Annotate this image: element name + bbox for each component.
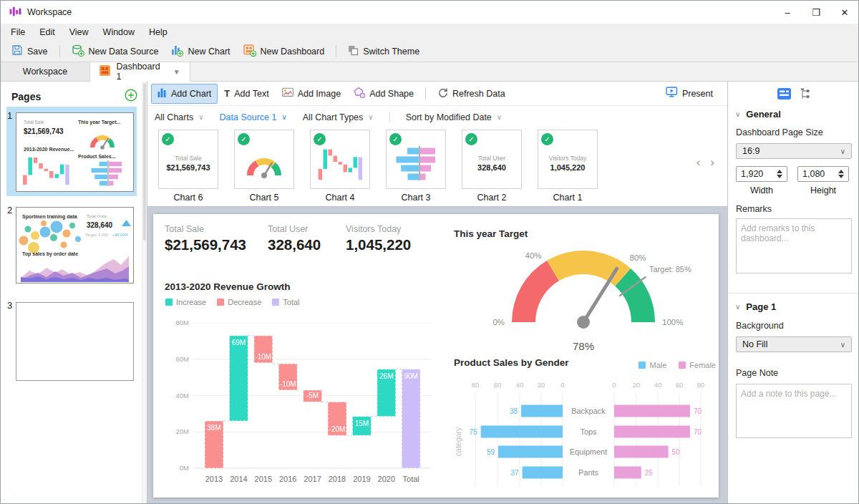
svg-text:Sportmen training data: Sportmen training data: [22, 214, 77, 220]
svg-text:0: 0: [612, 381, 616, 389]
new-data-source-button[interactable]: New Data Source: [65, 42, 165, 61]
page-1-section-header[interactable]: ∨ Page 1: [735, 301, 776, 312]
close-button[interactable]: ✕: [840, 7, 850, 18]
image-icon: [282, 87, 293, 100]
gauge-chart[interactable]: This year Target 0%40%80%100%Target: 85%…: [452, 223, 719, 357]
dashboard-properties-tab-icon[interactable]: [777, 88, 791, 102]
gallery-card-chart-2[interactable]: ✓Total User328,640 Chart 2: [462, 130, 522, 203]
menu-window[interactable]: Window: [96, 26, 142, 39]
butterfly-title: Product Sales by Gender: [454, 357, 569, 368]
sort-dropdown[interactable]: Sort by Modified Date ∨: [406, 112, 503, 122]
section-divider: [728, 293, 859, 294]
svg-text:0: 0: [560, 381, 564, 389]
background-select[interactable]: No Fill ∨: [736, 336, 852, 352]
page-2-thumbnail[interactable]: Sportmen training dataTotal Units328,640…: [16, 207, 134, 284]
page-3-number: 3: [7, 300, 12, 311]
title-bar: Workspace – ❒ ✕: [1, 1, 858, 24]
stepper-arrows-icon[interactable]: [777, 170, 782, 178]
chevron-down-icon: ∨: [198, 113, 203, 121]
menu-file[interactable]: File: [4, 26, 32, 39]
gallery-card-chart-1[interactable]: ✓Visitors Today1,045,220 Chart 1: [538, 130, 598, 203]
gallery-card-chart-6[interactable]: ✓Total Sale$21,569,743 Chart 6: [158, 130, 218, 203]
tab-dropdown-icon[interactable]: ▼: [173, 68, 180, 76]
butterfly-legend: Male Female: [639, 361, 716, 369]
new-chart-button[interactable]: New Chart: [165, 42, 236, 61]
menu-help[interactable]: Help: [142, 26, 175, 39]
kpi-total-sale[interactable]: Total Sale $21,569,743: [165, 224, 246, 253]
svg-text:80M: 80M: [176, 319, 190, 326]
chart-5-preview: [235, 137, 293, 188]
pages-scrollbar[interactable]: [142, 82, 147, 503]
svg-text:2018: 2018: [329, 475, 346, 483]
stepper-arrows-icon[interactable]: [838, 170, 844, 178]
width-label: Width: [736, 185, 787, 195]
data-source-dropdown[interactable]: Data Source 1 ∨: [220, 112, 287, 122]
svg-text:80%: 80%: [629, 253, 646, 262]
switch-theme-button[interactable]: Switch Theme: [341, 43, 426, 60]
dashboard-plus-icon: [243, 44, 256, 59]
svg-text:59: 59: [487, 448, 495, 456]
waterfall-chart[interactable]: 2013-2020 Revenue Growth Increase Decrea…: [165, 281, 452, 495]
chart-types-dropdown[interactable]: All Chart Types ∨: [303, 112, 374, 122]
general-section-header[interactable]: ∨ General: [735, 109, 781, 120]
svg-text:60: 60: [494, 381, 502, 389]
butterfly-chart[interactable]: Product Sales by Gender Male Female 8060…: [452, 354, 719, 496]
present-button[interactable]: Present: [659, 83, 719, 104]
chart-4-preview: [311, 137, 369, 188]
svg-text:20: 20: [538, 381, 545, 389]
svg-text:38: 38: [510, 407, 518, 415]
tab-dashboard-1[interactable]: Dashboard 1 ▼: [90, 62, 190, 82]
refresh-data-button[interactable]: Refresh Data: [431, 84, 512, 104]
page-3-thumbnail[interactable]: [16, 302, 134, 381]
kpi-total-user[interactable]: Total User 328,640: [268, 224, 321, 253]
svg-text:20: 20: [633, 381, 641, 389]
minimize-button[interactable]: –: [782, 7, 792, 18]
tab-workspace[interactable]: Workspace: [1, 62, 90, 81]
kpi-visitors-today[interactable]: Visitors Today 1,045,220: [346, 224, 411, 253]
page-1-number: 1: [7, 110, 12, 121]
background-label: Background: [736, 321, 784, 331]
gallery-card-chart-3[interactable]: ✓ Chart 3: [386, 130, 446, 203]
svg-text:-10M: -10M: [255, 353, 271, 361]
svg-text:40: 40: [654, 381, 662, 389]
svg-text:25: 25: [645, 469, 654, 477]
gallery-prev-button[interactable]: ‹: [697, 155, 701, 170]
add-chart-button[interactable]: Add Chart: [151, 84, 218, 104]
new-dashboard-button[interactable]: New Dashboard: [237, 42, 331, 61]
svg-text:40: 40: [516, 381, 524, 389]
svg-text:2014: 2014: [230, 475, 247, 483]
add-page-button[interactable]: [125, 89, 137, 104]
height-stepper[interactable]: 1,080: [797, 166, 849, 182]
window-title: Workspace: [27, 7, 72, 17]
refresh-icon: [437, 87, 448, 100]
page-size-select[interactable]: 16:9 ∨: [736, 143, 852, 159]
save-button[interactable]: Save: [5, 42, 54, 60]
width-stepper[interactable]: 1,920: [736, 166, 787, 182]
menu-edit[interactable]: Edit: [32, 26, 62, 39]
remarks-textarea[interactable]: [736, 218, 852, 273]
page-1-thumbnail[interactable]: Total Sale$21,569,743This year Target...…: [16, 112, 134, 192]
gallery-card-chart-5[interactable]: ✓ Chart 5: [234, 130, 294, 203]
maximize-button[interactable]: ❒: [811, 7, 821, 18]
add-shape-button[interactable]: Add Shape: [347, 83, 420, 104]
menu-view[interactable]: View: [62, 26, 96, 39]
svg-text:60: 60: [676, 381, 684, 389]
page-note-textarea[interactable]: [736, 384, 852, 438]
gallery-next-button[interactable]: ›: [710, 155, 714, 170]
menu-bar: File Edit View Window Help: [1, 24, 858, 41]
add-text-button[interactable]: T Add Text: [218, 84, 275, 102]
svg-text:80: 80: [472, 381, 480, 389]
svg-text:$21,569,743: $21,569,743: [24, 127, 64, 135]
all-charts-dropdown[interactable]: All Charts ∨: [155, 112, 204, 122]
waterfall-legend: Increase Decrease Total: [165, 298, 300, 306]
chevron-down-icon: ∨: [840, 147, 845, 155]
chart-plus-icon: [171, 44, 183, 59]
page-2-thumbnail-preview: Sportmen training dataTotal Units328,640…: [16, 208, 133, 286]
pages-scrollbar-thumb[interactable]: [143, 83, 146, 241]
add-image-button[interactable]: Add Image: [276, 84, 347, 103]
chevron-down-icon: ∨: [368, 113, 373, 121]
dashboard-tab-icon: [100, 65, 110, 78]
gallery-card-chart-4[interactable]: ✓ Chart 4: [310, 130, 370, 203]
structure-outline-tab-icon[interactable]: [800, 88, 811, 102]
dashboard-page-sheet[interactable]: Total Sale $21,569,743 Total User 328,64…: [153, 214, 719, 498]
